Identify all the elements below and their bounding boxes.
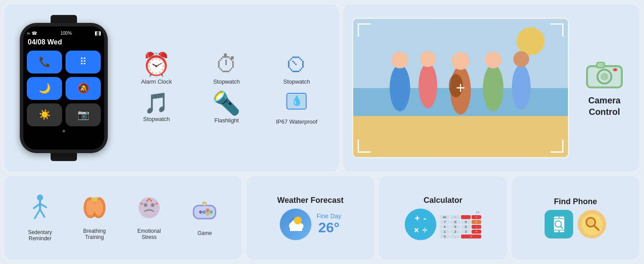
watch-outer: ∞ ☎ 100% ▓ 04/08 Wed 📞 ⠿ 🌙 🔕 ☀️ 📷: [20, 23, 108, 153]
watch-btn-mute: 🔕: [66, 77, 101, 100]
watch-btn-phone: 📞: [27, 51, 62, 73]
calc-key-8[interactable]: 8: [450, 220, 460, 224]
game-label: Game: [198, 230, 212, 236]
breathing-label: BreathingTraining: [83, 228, 106, 240]
calc-key-eq[interactable]: =: [461, 235, 481, 238]
bottom-row: SedentaryReminder BreathingTraining: [4, 176, 640, 260]
find-phone-search-icon: [578, 210, 606, 238]
calc-key-1[interactable]: 1: [440, 230, 450, 234]
watch-buttons: 📞 ⠿ 🌙 🔕 ☀️ 📷: [27, 51, 101, 126]
svg-point-16: [513, 51, 529, 67]
weather-body: Fine Day 26°: [280, 209, 341, 240]
camera-photo: +: [352, 18, 569, 158]
svg-point-64: [588, 220, 593, 225]
features-grid: ⏰ Alarm Clock ⏱ Stopwatch ⏲ Stopwatch 🎵 …: [123, 51, 330, 125]
alarm-clock-label: Alarm Clock: [141, 78, 172, 85]
watch-btn-moon: 🌙: [27, 77, 62, 100]
svg-point-43: [206, 212, 209, 216]
find-phone-device-icon: [545, 210, 573, 238]
svg-point-20: [600, 73, 608, 81]
calc-key-plus[interactable]: +: [472, 230, 481, 234]
feature-emotional: EmotionalStress: [137, 195, 161, 240]
svg-rect-52: [290, 227, 302, 231]
svg-point-53: [294, 216, 302, 224]
divide-icon: ÷: [422, 225, 427, 235]
stopwatch1-label: Stopwatch: [213, 78, 240, 85]
watch-nav-dot: [62, 130, 65, 132]
feature-flashlight: 🔦 Flashlight: [193, 90, 260, 125]
feature-stopwatch3: 🎵 Stopwatch: [123, 90, 190, 125]
svg-rect-21: [597, 62, 605, 68]
feature-waterproof: 💧 IP67 Waterproof: [263, 90, 330, 125]
link-icon: ∞: [27, 31, 30, 36]
game-icon: +: [191, 199, 218, 227]
calc-key-7[interactable]: 7: [440, 220, 450, 224]
feature-game: + Game: [191, 199, 218, 236]
calc-key-dot[interactable]: .: [450, 235, 460, 238]
svg-point-8: [419, 63, 437, 108]
calc-key-ac[interactable]: Ac: [440, 215, 450, 219]
feature-sedentary: SedentaryReminder: [28, 194, 52, 242]
svg-point-57: [558, 231, 560, 232]
svg-text:+: +: [204, 202, 206, 206]
svg-line-27: [40, 209, 44, 217]
calc-key-6[interactable]: 6: [461, 225, 471, 229]
stopwatch2-label: Stopwatch: [283, 78, 310, 85]
waterproof-label: IP67 Waterproof: [276, 118, 317, 125]
calc-key-minus[interactable]: -: [472, 225, 481, 229]
battery-icon: ▓: [95, 31, 101, 36]
plus-icon: +: [415, 213, 420, 224]
weather-temperature: 26°: [318, 220, 339, 236]
top-right-panel: + CameraControl: [343, 4, 640, 172]
svg-point-58: [558, 216, 560, 218]
camera-control-info: CameraControl: [578, 59, 631, 117]
phone-icon: ☎: [32, 31, 37, 36]
watch-btn-brightness: ☀️: [27, 103, 62, 126]
watch-btn-camera: 📷: [66, 103, 101, 126]
bottom-left-panel: SedentaryReminder BreathingTraining: [4, 176, 242, 260]
weather-description: Fine Day: [317, 213, 341, 220]
find-phone-icons: [545, 210, 606, 238]
calculator-panel: Calculator + - × ÷ 24 Ac: [379, 176, 507, 260]
calc-key-4[interactable]: 4: [440, 225, 450, 229]
calc-key-back[interactable]: ←: [450, 215, 460, 219]
svg-point-23: [614, 69, 616, 71]
svg-text:💧: 💧: [291, 95, 303, 106]
svg-point-42: [209, 210, 213, 214]
watch-screen: ∞ ☎ 100% ▓ 04/08 Wed 📞 ⠿ 🌙 🔕 ☀️ 📷: [23, 26, 104, 150]
minus-icon: -: [423, 213, 426, 224]
calc-key-9[interactable]: 9: [461, 220, 471, 224]
watch-date: 04/08 Wed: [27, 38, 101, 46]
calculator-title: Calculator: [424, 196, 462, 205]
feature-alarm-clock: ⏰ Alarm Clock: [123, 51, 190, 86]
calc-key-x[interactable]: ×: [472, 220, 481, 224]
svg-point-5: [516, 27, 545, 55]
calc-key-3[interactable]: 3: [461, 230, 471, 234]
calc-key-r1[interactable]: [461, 215, 471, 219]
sedentary-icon: [29, 194, 51, 227]
calc-key-5[interactable]: 5: [450, 225, 460, 229]
flashlight-icon: 🔦: [212, 92, 241, 114]
svg-point-15: [512, 65, 531, 110]
weather-icon: [280, 209, 311, 240]
svg-point-13: [483, 65, 504, 111]
smartwatch: ∞ ☎ 100% ▓ 04/08 Wed 📞 ⠿ 🌙 🔕 ☀️ 📷: [13, 15, 114, 161]
calc-key-2[interactable]: 2: [450, 230, 460, 234]
photo-corner-bl: [358, 139, 371, 153]
multiply-icon: ×: [414, 225, 419, 235]
flashlight-label: Flashlight: [214, 117, 239, 124]
camera-crosshair: +: [456, 79, 465, 97]
calculator-ops-circle: + - × ÷: [405, 209, 436, 240]
feature-stopwatch2: ⏲ Stopwatch: [263, 51, 330, 86]
stopwatch3-label: Stopwatch: [143, 116, 170, 122]
weather-title: Weather Forecast: [277, 196, 344, 205]
alarm-clock-icon: ⏰: [142, 53, 171, 76]
photo-corner-tr: [550, 23, 564, 37]
svg-line-26: [35, 209, 40, 218]
calculator-body: + - × ÷ 24 Ac ← ÷ 7: [405, 209, 481, 240]
svg-point-7: [392, 51, 408, 68]
music-icon: 🎵: [144, 93, 169, 113]
calc-key-r2[interactable]: ÷: [472, 215, 481, 219]
calc-key-0[interactable]: 0: [440, 235, 450, 238]
find-phone-title: Find Phone: [554, 197, 597, 206]
